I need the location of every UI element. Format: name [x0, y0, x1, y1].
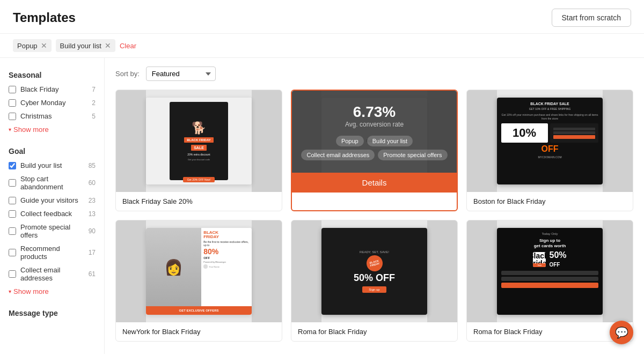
filter-tag-build-list: Build your list ✕: [56, 39, 115, 52]
promote-special-label: Promote special offers: [20, 223, 84, 239]
christmas-label: Christmas: [20, 112, 87, 120]
chat-icon: 💬: [615, 326, 628, 339]
sidebar-item-collect-email[interactable]: Collect email addresses 61: [0, 263, 104, 285]
sidebar-item-collect-feedback[interactable]: Collect feedback 13: [0, 207, 104, 220]
black-friday-label: Black Friday: [20, 85, 87, 93]
cyber-monday-label: Cyber Monday: [20, 99, 87, 107]
sidebar-item-stop-cart[interactable]: Stop cart abandonment 60: [0, 172, 104, 194]
collect-email-checkbox[interactable]: [9, 270, 16, 278]
card-image-roma-1: READY, SET, SAVE! BLACKFRIDAY 50% OFF Si…: [291, 220, 457, 322]
seasonal-show-more-label: Show more: [13, 125, 49, 134]
collect-feedback-checkbox[interactable]: [9, 210, 16, 218]
stop-cart-count: 60: [89, 179, 96, 187]
sidebar-divider-1: [0, 136, 104, 143]
overlay-tag-popup: Popup: [336, 136, 364, 146]
filters-bar: Popup ✕ Build your list ✕ Clear: [0, 34, 644, 58]
recommend-products-count: 17: [89, 249, 96, 256]
card-title-boston: Boston for Black Friday: [467, 192, 633, 211]
collect-feedback-count: 13: [89, 210, 96, 218]
template-card-bf-sale-20[interactable]: 🐕 BLACK FRIDAY SALE 20% extra discount G…: [115, 90, 282, 211]
overlay-tag-collect-email: Collect email addresses: [301, 150, 375, 160]
template-card-featured[interactable]: Build your 6.73% Avg. conversion rate Po…: [291, 90, 458, 211]
collect-email-label: Collect email addresses: [20, 266, 84, 282]
sidebar-item-promote-special[interactable]: Promote special offers 90: [0, 220, 104, 242]
black-friday-count: 7: [92, 86, 96, 93]
goal-section-title: Goal: [0, 143, 104, 159]
card-image-newyork: 👩 BLACKFRIDAY Be the first to receive ex…: [116, 220, 282, 322]
guide-visitors-checkbox[interactable]: [9, 197, 16, 204]
promote-special-checkbox[interactable]: [9, 227, 16, 235]
page-container: Templates Start from scratch Popup ✕ Bui…: [0, 0, 644, 354]
card-image-boston: BLACK FRIDAY SALEGET 10% OFF & FREE SHIP…: [467, 90, 633, 192]
sidebar-item-christmas[interactable]: Christmas 5: [0, 109, 104, 123]
sidebar-item-guide-visitors[interactable]: Guide your visitors 23: [0, 194, 104, 207]
stop-cart-label: Stop cart abandonment: [20, 175, 84, 191]
template-card-roma-2[interactable]: Today Only Sign up toget cards worth Bla…: [466, 220, 633, 342]
remove-popup-filter[interactable]: ✕: [41, 41, 47, 50]
build-your-list-checkbox[interactable]: [9, 162, 16, 169]
chat-bubble-button[interactable]: 💬: [610, 321, 633, 344]
sidebar-item-cyber-monday[interactable]: Cyber Monday 2: [0, 96, 104, 109]
overlay-tag-build: Build your list: [367, 136, 413, 146]
sidebar: Seasonal Black Friday 7 Cyber Monday 2 C…: [0, 58, 105, 354]
black-friday-checkbox[interactable]: [9, 86, 16, 93]
christmas-checkbox[interactable]: [9, 113, 16, 120]
goal-show-more[interactable]: ▾ Show more: [0, 285, 104, 298]
card-image-bf-sale: 🐕 BLACK FRIDAY SALE 20% extra discount G…: [116, 90, 282, 192]
content-area: Sort by: Featured Newest Most popular: [105, 58, 644, 354]
stop-cart-checkbox[interactable]: [9, 179, 16, 187]
featured-details-button[interactable]: Details: [292, 173, 457, 193]
sidebar-item-build-your-list[interactable]: Build your list 85: [0, 159, 104, 172]
filter-build-list-label: Build your list: [60, 42, 101, 50]
overlay-tag-promote: Promote special offers: [378, 150, 447, 160]
top-bar: Templates Start from scratch: [0, 0, 644, 34]
chevron-down-icon: ▾: [9, 127, 11, 132]
chevron-down-icon-2: ▾: [9, 289, 11, 294]
remove-build-list-filter[interactable]: ✕: [105, 41, 111, 50]
start-from-scratch-button[interactable]: Start from scratch: [552, 9, 631, 27]
collect-email-count: 61: [89, 270, 96, 278]
seasonal-show-more[interactable]: ▾ Show more: [0, 123, 104, 136]
template-card-roma-1[interactable]: READY, SET, SAVE! BLACKFRIDAY 50% OFF Si…: [291, 220, 458, 342]
template-card-boston[interactable]: BLACK FRIDAY SALEGET 10% OFF & FREE SHIP…: [466, 90, 633, 211]
card-title-roma-2: Roma for Black Friday: [467, 322, 633, 341]
promote-special-count: 90: [89, 227, 96, 235]
card-image-roma-2: Today Only Sign up toget cards worth Bla…: [467, 220, 633, 322]
cyber-monday-count: 2: [92, 99, 96, 107]
guide-visitors-count: 23: [89, 197, 96, 204]
sort-select[interactable]: Featured Newest Most popular: [146, 66, 216, 81]
overlay-stat: 6.73%: [353, 103, 396, 121]
collect-feedback-label: Collect feedback: [20, 210, 84, 218]
christmas-count: 5: [92, 113, 96, 120]
recommend-products-checkbox[interactable]: [9, 249, 16, 256]
templates-grid: 🐕 BLACK FRIDAY SALE 20% extra discount G…: [115, 90, 633, 342]
card-image-featured: Build your 6.73% Avg. conversion rate Po…: [292, 91, 457, 193]
main-layout: Seasonal Black Friday 7 Cyber Monday 2 C…: [0, 58, 644, 354]
sort-label: Sort by:: [115, 70, 140, 78]
build-your-list-label: Build your list: [20, 161, 84, 169]
build-your-list-count: 85: [89, 162, 96, 169]
sidebar-item-black-friday[interactable]: Black Friday 7: [0, 83, 104, 96]
card-title-roma-1: Roma for Black Friday: [291, 322, 457, 341]
cyber-monday-checkbox[interactable]: [9, 99, 16, 107]
filter-tag-popup: Popup ✕: [13, 39, 52, 52]
template-card-newyork[interactable]: 👩 BLACKFRIDAY Be the first to receive ex…: [115, 220, 282, 342]
card-title-newyork: NewYork for Black Friday: [116, 322, 282, 341]
overlay-sub: Avg. conversion rate: [345, 121, 404, 128]
goal-show-more-label: Show more: [13, 287, 49, 295]
page-title: Templates: [13, 10, 76, 25]
message-type-title: Message type: [0, 305, 104, 321]
filter-popup-label: Popup: [17, 42, 38, 50]
sidebar-item-recommend-products[interactable]: Recommend products 17: [0, 242, 104, 263]
sidebar-divider-2: [0, 298, 104, 305]
seasonal-section-title: Seasonal: [0, 66, 104, 83]
card-title-bf-sale: Black Friday Sale 20%: [116, 192, 282, 211]
guide-visitors-label: Guide your visitors: [20, 196, 84, 204]
sort-bar: Sort by: Featured Newest Most popular: [115, 66, 633, 81]
clear-filters-button[interactable]: Clear: [120, 42, 136, 50]
recommend-products-label: Recommend products: [20, 245, 84, 261]
